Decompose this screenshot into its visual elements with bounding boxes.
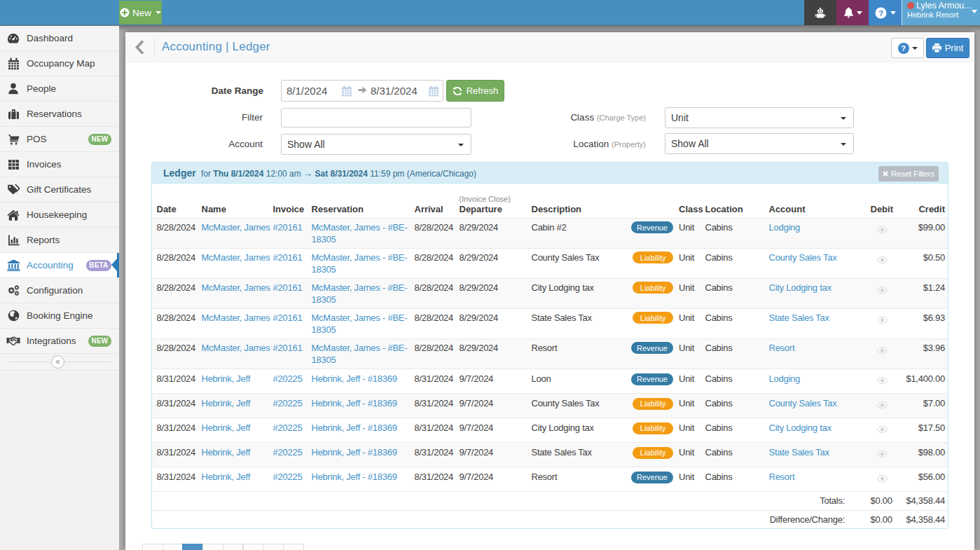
svg-text:?: ? [878, 8, 883, 17]
